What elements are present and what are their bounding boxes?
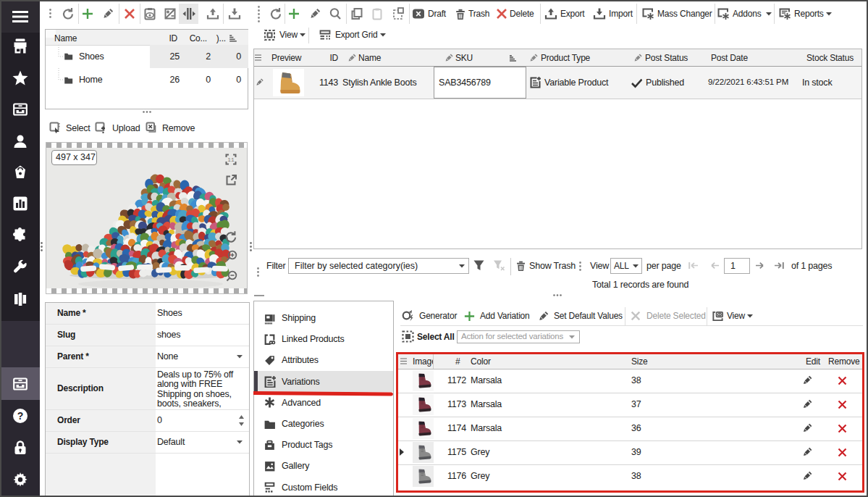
svg-text:1:1: 1:1 xyxy=(228,157,235,162)
svg-text:?: ? xyxy=(17,410,23,422)
